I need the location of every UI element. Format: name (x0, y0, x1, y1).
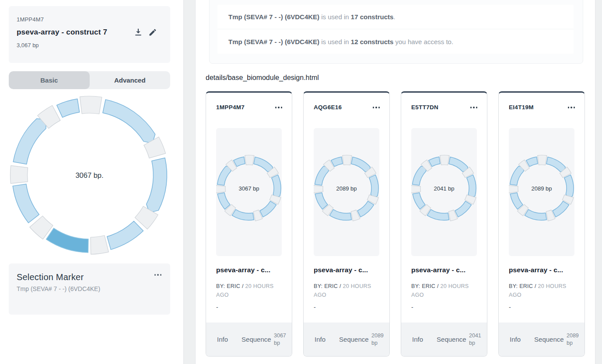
sequence-title: pseva-array - construct 7 (17, 28, 107, 37)
plasmid-bp-label: 3067 bp. (75, 171, 103, 180)
construct-card[interactable]: E5TT7DN 2041 bp pseva-array - c... BY: E… (401, 91, 487, 357)
usage-row: Tmp (SEVA# 7 - -) (6VDC4KE) is used in 1… (217, 5, 574, 29)
construct-title[interactable]: pseva-array - c... (216, 266, 270, 274)
construct-byline: BY: ERIC / 20 HOURS AGO (314, 282, 384, 299)
plasmid-preview[interactable]: 2041 bp (411, 128, 477, 256)
card-footer: Info Sequence 2089 bp (304, 322, 389, 356)
info-link[interactable]: Info (412, 336, 423, 343)
page-scrollbar-track[interactable] (595, 0, 602, 364)
construct-byline: BY: ERIC / 20 HOURS AGO (509, 282, 579, 299)
footer-bp-label: 2089 bp (371, 332, 388, 347)
construct-title[interactable]: pseva-array - c... (314, 266, 368, 274)
construct-code: 1MPP4M7 (216, 104, 245, 111)
selection-marker-menu-icon[interactable] (154, 272, 163, 277)
card-menu-icon[interactable] (469, 105, 479, 110)
selection-marker-panel: Selection Marker Tmp (SEVA# 7 - -) (6VDC… (9, 263, 170, 315)
usage-count: 12 constructs (351, 38, 394, 45)
usage-count: 17 constructs (351, 13, 394, 21)
plasmid-bp-label: 3067 bp (239, 185, 259, 192)
download-icon[interactable] (134, 28, 143, 37)
plasmid-bp-label: 2089 bp (532, 185, 552, 192)
info-link[interactable]: Info (315, 336, 326, 343)
byline-author: BY: ERIC / (314, 283, 343, 289)
selection-marker-value: Tmp (SEVA# 7 - -) (6VDC4KE) (17, 285, 162, 292)
construct-code: EI4T19M (509, 104, 534, 111)
sequence-link[interactable]: Sequence (242, 336, 271, 343)
plasmid-preview[interactable]: 3067 bp (216, 128, 282, 256)
tab-basic[interactable]: Basic (9, 71, 90, 89)
card-menu-icon[interactable] (372, 105, 381, 110)
construct-extra: - (411, 304, 413, 311)
plasmid-bp-label: 2089 bp (336, 185, 357, 192)
construct-card[interactable]: EI4T19M 2089 bp pseva-array - c... BY: E… (498, 91, 585, 357)
card-menu-icon[interactable] (274, 105, 284, 110)
sequence-summary-card: 1MPP4M7 pseva-array - construct 7 3,067 … (9, 6, 170, 63)
card-footer: Info Sequence 3067 bp (206, 322, 292, 356)
plasmid-ring-graphic (509, 128, 574, 256)
usage-subject: Tmp (SEVA# 7 - -) (6VDC4KE) (228, 13, 319, 21)
usage-summary-panel: Tmp (SEVA# 7 - -) (6VDC4KE) is used in 1… (209, 0, 583, 64)
construct-card[interactable]: AQG6E16 2089 bp pseva-array - c... BY: E… (303, 91, 390, 357)
footer-bp-label: 2089 bp (567, 332, 583, 347)
construct-extra: - (509, 304, 511, 311)
plasmid-preview[interactable]: 2089 bp (314, 128, 379, 256)
info-link[interactable]: Info (217, 336, 228, 343)
edit-pencil-icon[interactable] (148, 28, 157, 37)
byline-author: BY: ERIC / (509, 283, 538, 289)
panel-divider[interactable] (183, 0, 196, 364)
sequence-size: 3,067 bp (17, 42, 162, 49)
construct-title[interactable]: pseva-array - c... (509, 266, 563, 274)
byline-author: BY: ERIC / (216, 283, 245, 289)
construct-code: AQG6E16 (314, 104, 342, 111)
card-menu-icon[interactable] (567, 105, 576, 110)
plasmid-ring-graphic (411, 128, 477, 256)
plasmid-preview[interactable]: 2089 bp (509, 128, 574, 256)
view-mode-tabs: Basic Advanced (9, 71, 170, 89)
plasmid-map-large[interactable]: 3067 bp. (9, 95, 170, 255)
construct-title[interactable]: pseva-array - c... (411, 266, 466, 274)
construct-card-grid: 1MPP4M7 3067 bp pseva-array - c... BY: E… (206, 91, 585, 357)
sequence-link[interactable]: Sequence (339, 336, 369, 343)
construct-extra: - (216, 304, 218, 311)
construct-byline: BY: ERIC / 20 HOURS AGO (216, 282, 286, 299)
construct-extra: - (314, 304, 316, 311)
construct-byline: BY: ERIC / 20 HOURS AGO (411, 282, 481, 299)
selection-marker-title: Selection Marker (17, 272, 84, 282)
plasmid-bp-label: 2041 bp (434, 185, 455, 192)
plasmid-ring-graphic (314, 128, 379, 256)
construct-card[interactable]: 1MPP4M7 3067 bp pseva-array - c... BY: E… (206, 91, 292, 357)
sequence-link[interactable]: Sequence (534, 336, 564, 343)
template-path-label: details/base_biomodule_design.html (206, 74, 319, 82)
construct-code: E5TT7DN (411, 104, 438, 111)
sequence-code: 1MPP4M7 (17, 16, 162, 23)
byline-author: BY: ERIC / (411, 283, 441, 289)
usage-row: Tmp (SEVA# 7 - -) (6VDC4KE) is used in 1… (217, 29, 574, 54)
footer-bp-label: 3067 bp (274, 332, 290, 347)
card-footer: Info Sequence 2089 bp (499, 322, 584, 356)
plasmid-ring-graphic (216, 128, 282, 256)
info-link[interactable]: Info (510, 336, 521, 343)
sequence-link[interactable]: Sequence (437, 336, 466, 343)
footer-bp-label: 2041 bp (469, 332, 486, 347)
usage-subject: Tmp (SEVA# 7 - -) (6VDC4KE) (228, 38, 319, 45)
tab-advanced[interactable]: Advanced (90, 71, 171, 89)
card-footer: Info Sequence 2041 bp (401, 322, 487, 356)
